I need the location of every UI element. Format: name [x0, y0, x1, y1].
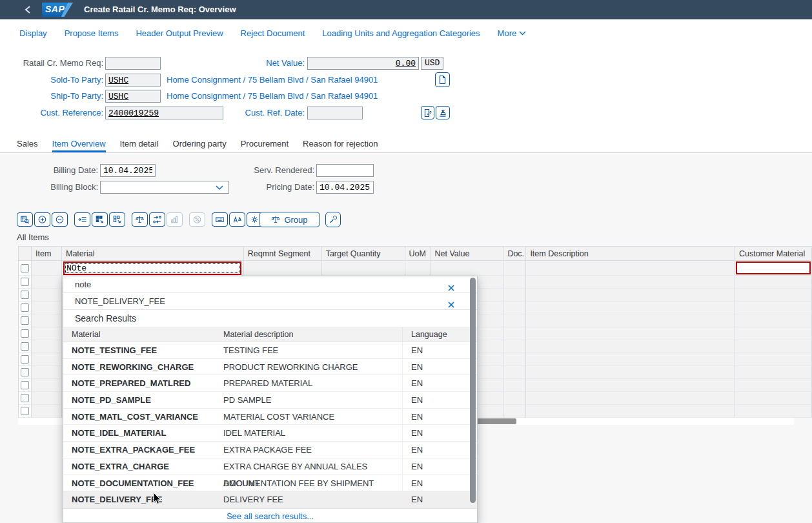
menu-item-header-output-preview[interactable]: Header Output Preview — [136, 28, 223, 38]
sold-to-description[interactable]: Home Consignment / 75 Bellam Blvd / San … — [167, 74, 378, 87]
search-result-row[interactable]: NOTE_PD_SAMPLE PD SAMPLE EN — [63, 392, 477, 409]
row-select-checkbox[interactable] — [21, 291, 29, 299]
billing-block-select[interactable] — [100, 181, 229, 194]
search-result-row[interactable]: NOTE_EXTRA_CHARGE EXTRA CHARGE BY ANNUAL… — [63, 458, 477, 475]
sort-button[interactable] — [229, 212, 245, 227]
menu-item-propose-items[interactable]: Propose Items — [65, 28, 119, 38]
material-input[interactable] — [63, 262, 241, 275]
history-item[interactable]: note — [63, 276, 477, 293]
history-item[interactable]: NOTE_DELIVERY_FEE — [63, 293, 477, 310]
row-select-checkbox[interactable] — [21, 278, 29, 286]
menu-item-reject-document[interactable]: Reject Document — [241, 28, 305, 38]
row-select-checkbox[interactable] — [21, 303, 29, 312]
select-block-button[interactable] — [92, 212, 108, 227]
search-result-row[interactable]: NOTE_DELIVERY_FEE DELIVERY FEE EN — [63, 491, 477, 508]
column-header-doc-[interactable]: Doc. ... — [503, 247, 526, 261]
copy-document-button[interactable] — [435, 72, 450, 87]
column-header-customer-material[interactable]: Customer Material — [735, 247, 812, 261]
cell — [526, 353, 735, 366]
deselect-all-button[interactable] — [109, 212, 125, 227]
cust-ref-date-field[interactable] — [307, 107, 363, 119]
cell — [32, 327, 62, 340]
menu-item-display[interactable]: Display — [19, 28, 47, 38]
row-select-checkbox[interactable] — [21, 368, 29, 376]
toolbar-group — [189, 212, 205, 227]
tab-sales[interactable]: Sales — [17, 137, 38, 152]
row-select-checkbox[interactable] — [21, 381, 29, 389]
cell — [19, 327, 32, 340]
row-select-checkbox[interactable] — [21, 264, 29, 272]
result-language: EN — [402, 475, 464, 491]
cell — [32, 289, 62, 302]
see-all-results-link[interactable]: See all search results... — [227, 511, 314, 521]
cell — [735, 302, 812, 314]
row-select-checkbox[interactable] — [21, 342, 29, 351]
row-select-checkbox[interactable] — [21, 355, 29, 364]
memo-req-field[interactable] — [105, 57, 161, 70]
search-result-row[interactable]: NOTE_PREPARED_MATLRED PREPARED MATERIAL … — [63, 375, 477, 392]
tab-item-overview[interactable]: Item Overview — [52, 137, 106, 152]
table-row — [19, 261, 812, 276]
row-select-checkbox[interactable] — [21, 394, 29, 402]
pricing-date-field[interactable] — [316, 181, 374, 194]
currency-field[interactable]: USD — [421, 57, 443, 70]
batch-split-button[interactable] — [149, 212, 165, 227]
menu-item-loading-units-and-aggregation-categories[interactable]: Loading Units and Aggregation Categories — [322, 28, 480, 38]
back-button[interactable] — [21, 3, 35, 17]
column-header-target-quantity[interactable]: Target Quantity — [322, 247, 405, 261]
remove-history-button[interactable] — [447, 281, 455, 289]
column-header-material[interactable]: Material — [62, 247, 244, 261]
column-header-select[interactable] — [19, 247, 32, 261]
ship-to-description[interactable]: Home Consignment / 75 Bellam Blvd / San … — [167, 90, 378, 103]
price-scale-button[interactable] — [132, 212, 148, 227]
row-select-checkbox[interactable] — [21, 329, 29, 338]
result-description: IDEL MATERIAL — [223, 425, 402, 441]
remove-row-button[interactable] — [52, 212, 68, 227]
result-material: NOTE_PREPARED_MATLRED — [63, 375, 223, 391]
output-document-button[interactable] — [421, 106, 434, 119]
customer-material-input[interactable] — [736, 262, 811, 274]
ship-to-field[interactable] — [105, 90, 161, 103]
table-details-icon — [20, 215, 30, 224]
table-settings-button[interactable] — [325, 212, 341, 227]
column-header-uom[interactable]: UoM — [405, 247, 431, 261]
cell — [503, 392, 526, 405]
column-header-net-value[interactable]: Net Value — [431, 247, 503, 261]
search-result-row[interactable]: NOTE_IDEL_MATERIAL IDEL MATERIAL EN — [63, 425, 477, 442]
result-language: EN — [402, 491, 464, 508]
net-value-field[interactable] — [307, 57, 419, 70]
sold-to-field[interactable] — [105, 74, 161, 87]
cell — [19, 379, 32, 392]
group-button[interactable]: Group — [259, 212, 320, 227]
insert-row-button[interactable] — [74, 212, 90, 227]
keyboard-layout-button[interactable] — [212, 212, 228, 227]
search-result-row[interactable]: NOTE_REWORKING_CHARGE PRODUCT REWORKING … — [63, 359, 477, 376]
column-header-item-description[interactable]: Item Description — [526, 247, 735, 261]
toolbar-group — [132, 212, 183, 227]
menu-item-more[interactable]: More — [498, 28, 527, 38]
stamp-button[interactable] — [436, 106, 450, 119]
result-language: EN — [402, 409, 464, 425]
add-row-button[interactable] — [34, 212, 50, 227]
group-button-label: Group — [284, 215, 307, 225]
row-select-checkbox[interactable] — [21, 407, 29, 415]
row-select-checkbox[interactable] — [21, 316, 29, 325]
tab-procurement[interactable]: Procurement — [241, 137, 289, 152]
cell — [32, 340, 62, 353]
column-header-item[interactable]: Item — [32, 247, 62, 261]
serv-rendered-field[interactable] — [316, 164, 374, 177]
search-result-row[interactable]: NOTE_EXTRA_PACKAGE_FEE EXTRA PACKAGE FEE… — [63, 442, 477, 458]
toolbar-group — [17, 212, 68, 227]
remove-history-button[interactable] — [447, 298, 455, 305]
tab-reason-for-rejection[interactable]: Reason for rejection — [303, 137, 378, 152]
tab-item-detail[interactable]: Item detail — [120, 137, 159, 152]
cell — [526, 340, 735, 353]
tab-ordering-party[interactable]: Ordering party — [173, 137, 227, 152]
search-result-row[interactable]: NOTE_TESTING_FEE TESTING FEE EN — [63, 342, 477, 359]
search-result-row[interactable]: NOTE_MATL_COST_VARIANCE MATERIAL COST VA… — [63, 409, 477, 426]
billing-date-field[interactable] — [100, 164, 156, 177]
table-details-button[interactable] — [17, 212, 33, 227]
popup-scrollbar-thumb[interactable] — [470, 278, 476, 503]
column-header-reqmnt-segment[interactable]: Reqmnt Segment — [244, 247, 322, 261]
search-result-row[interactable]: NOTE_DOCUMENTATION_FEE DOCUMENTATION FEE… — [63, 475, 477, 492]
